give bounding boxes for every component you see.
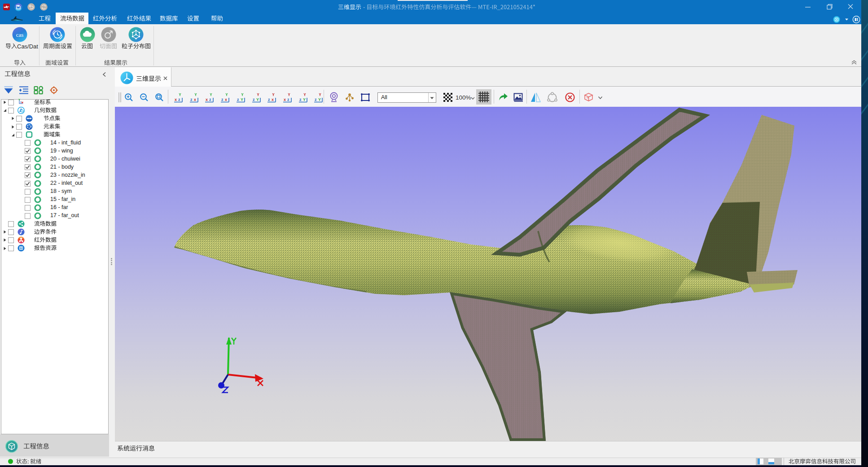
svg-text:z: z bbox=[237, 97, 239, 102]
svg-text:Y: Y bbox=[318, 97, 321, 102]
svg-text:cas: cas bbox=[16, 31, 24, 38]
svg-text:z: z bbox=[287, 97, 289, 102]
svg-text:x: x bbox=[194, 97, 196, 102]
svg-text:z: z bbox=[190, 97, 193, 102]
svg-text:z: z bbox=[20, 100, 22, 104]
svg-text:x: x bbox=[284, 97, 286, 102]
svg-text:Y: Y bbox=[256, 97, 259, 102]
svg-text:z: z bbox=[268, 97, 270, 102]
svg-text:z: z bbox=[178, 97, 180, 102]
svg-text:x: x bbox=[272, 97, 274, 102]
svg-text:Y: Y bbox=[241, 97, 243, 102]
svg-text:x: x bbox=[225, 97, 227, 102]
svg-text:z: z bbox=[209, 97, 211, 102]
svg-text:z: z bbox=[315, 97, 317, 102]
svg-text:z: z bbox=[253, 97, 255, 102]
svg-text:Y: Y bbox=[303, 97, 306, 102]
svg-text:z: z bbox=[299, 97, 302, 102]
svg-text:x: x bbox=[206, 97, 208, 102]
svg-text:z: z bbox=[221, 97, 224, 102]
svg-text:x: x bbox=[175, 97, 177, 102]
